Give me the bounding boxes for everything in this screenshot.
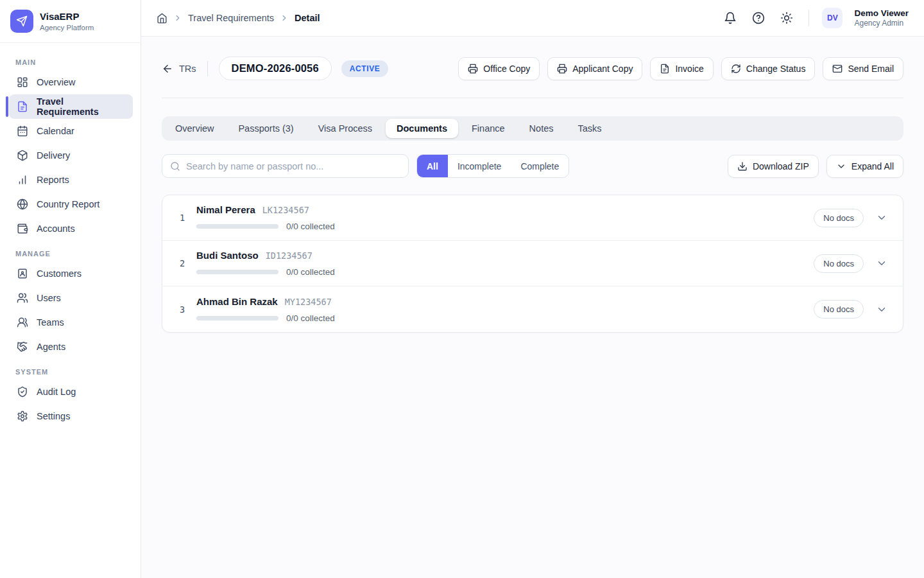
sidebar-item-accounts[interactable]: Accounts <box>9 216 133 241</box>
sidebar-nav: MAIN Overview Travel Requirements Calend… <box>0 43 141 428</box>
row-index: 1 <box>178 213 187 223</box>
invoice-button[interactable]: Invoice <box>650 57 713 80</box>
filter-segmented-control: All Incomplete Complete <box>416 154 569 178</box>
sidebar-item-travel-requirements[interactable]: Travel Requirements <box>9 94 133 119</box>
divider <box>809 10 809 26</box>
progress-bar <box>196 316 278 320</box>
mail-icon <box>832 64 843 74</box>
content: TRs DEMO-2026-0056 ACTIVE Office Copy Ap… <box>141 37 924 333</box>
home-icon[interactable] <box>157 13 167 24</box>
avatar[interactable]: DV <box>822 8 843 28</box>
header-actions: Office Copy Applicant Copy Invoice Chang… <box>458 57 903 80</box>
passenger-row[interactable]: 2 Budi Santoso ID1234567 0/0 collected N… <box>162 241 903 286</box>
passenger-name: Ahmad Bin Razak <box>196 296 278 307</box>
tab-notes[interactable]: Notes <box>518 119 565 138</box>
sidebar-item-settings[interactable]: Settings <box>9 404 133 428</box>
sidebar-item-calendar[interactable]: Calendar <box>9 119 133 143</box>
button-label: Download ZIP <box>753 161 809 171</box>
handshake-icon <box>17 341 28 353</box>
passport-number: MY1234567 <box>285 297 332 307</box>
filter-complete[interactable]: Complete <box>511 155 569 177</box>
row-index: 3 <box>178 304 187 315</box>
chevron-down-icon[interactable] <box>876 304 887 315</box>
passenger-row[interactable]: 1 Nimal Perera LK1234567 0/0 collected N… <box>162 195 903 241</box>
arrow-left-icon <box>162 63 173 74</box>
documents-toolbar: All Incomplete Complete Download ZIP Exp… <box>162 154 903 178</box>
chevron-right-icon <box>173 13 182 22</box>
tab-finance[interactable]: Finance <box>461 119 516 138</box>
notifications-button[interactable] <box>719 6 742 30</box>
breadcrumb-parent[interactable]: Travel Requirements <box>188 13 274 23</box>
sidebar-item-customers[interactable]: Customers <box>9 261 133 286</box>
sidebar-item-audit-log[interactable]: Audit Log <box>9 380 133 404</box>
sidebar-item-country-report[interactable]: Country Report <box>9 192 133 216</box>
sidebar-item-teams[interactable]: Teams <box>9 310 133 335</box>
search-input[interactable] <box>186 161 400 171</box>
sidebar-item-label: Reports <box>37 175 69 185</box>
progress-label: 0/0 collected <box>286 222 335 231</box>
contact-icon <box>17 268 28 279</box>
section-label-manage: MANAGE <box>15 250 141 258</box>
passport-number: ID1234567 <box>266 250 312 261</box>
row-index: 2 <box>178 258 187 268</box>
change-status-button[interactable]: Change Status <box>721 57 816 80</box>
docs-status-badge: No docs <box>814 254 864 273</box>
breadcrumb-current: Detail <box>295 13 320 23</box>
user-meta: Demo Viewer Agency Admin <box>854 8 909 28</box>
globe-icon <box>17 198 28 210</box>
brand-name: VisaERP <box>40 11 94 22</box>
office-copy-button[interactable]: Office Copy <box>458 57 540 80</box>
download-zip-button[interactable]: Download ZIP <box>728 155 819 178</box>
gear-icon <box>17 410 28 422</box>
divider <box>162 98 903 98</box>
chevron-down-icon <box>836 161 846 171</box>
passenger-row[interactable]: 3 Ahmad Bin Razak MY1234567 0/0 collecte… <box>162 286 903 332</box>
sidebar-item-overview[interactable]: Overview <box>9 70 133 94</box>
sidebar-item-label: Users <box>37 293 61 303</box>
help-icon <box>752 12 765 24</box>
brand-tagline: Agency Platform <box>40 24 94 31</box>
passenger-name: Budi Santoso <box>196 250 259 261</box>
applicant-copy-button[interactable]: Applicant Copy <box>547 57 642 80</box>
expand-all-button[interactable]: Expand All <box>826 155 903 178</box>
detail-header: TRs DEMO-2026-0056 ACTIVE Office Copy Ap… <box>162 57 903 80</box>
plane-icon <box>10 10 33 33</box>
printer-icon <box>468 64 478 74</box>
sidebar-item-agents[interactable]: Agents <box>9 335 133 359</box>
tab-passports[interactable]: Passports (3) <box>227 119 304 138</box>
tab-overview[interactable]: Overview <box>164 119 225 138</box>
button-label: Expand All <box>851 161 894 171</box>
button-label: Invoice <box>675 64 703 74</box>
brand: VisaERP Agency Platform <box>0 0 141 43</box>
theme-toggle-button[interactable] <box>775 6 798 30</box>
sidebar-item-label: Agents <box>37 342 65 352</box>
tab-bar: Overview Passports (3) Visa Process Docu… <box>162 116 903 141</box>
sidebar-item-delivery[interactable]: Delivery <box>9 143 133 168</box>
sidebar-item-reports[interactable]: Reports <box>9 168 133 192</box>
section-label-main: MAIN <box>15 58 141 66</box>
filter-incomplete[interactable]: Incomplete <box>448 155 511 177</box>
refresh-icon <box>731 64 741 74</box>
chevron-down-icon[interactable] <box>876 212 887 223</box>
bell-icon <box>724 12 737 24</box>
sidebar-item-label: Settings <box>37 411 70 421</box>
passport-number: LK1234567 <box>262 205 309 215</box>
printer-icon <box>557 64 567 74</box>
search-icon <box>170 161 180 171</box>
back-button[interactable]: TRs <box>162 63 196 74</box>
progress-label: 0/0 collected <box>286 313 335 323</box>
passenger-info: Nimal Perera LK1234567 0/0 collected <box>196 204 335 231</box>
chevron-down-icon[interactable] <box>876 258 887 269</box>
topbar-right: DV Demo Viewer Agency Admin <box>719 6 909 30</box>
search-box <box>162 154 409 178</box>
help-button[interactable] <box>747 6 770 30</box>
filter-all[interactable]: All <box>417 155 448 177</box>
sidebar-item-label: Calendar <box>37 126 74 136</box>
passenger-info: Budi Santoso ID1234567 0/0 collected <box>196 250 335 277</box>
send-email-button[interactable]: Send Email <box>823 57 903 80</box>
tab-tasks[interactable]: Tasks <box>567 119 612 138</box>
reference-pill: DEMO-2026-0056 <box>219 57 332 80</box>
tab-documents[interactable]: Documents <box>386 119 458 138</box>
sidebar-item-users[interactable]: Users <box>9 286 133 310</box>
tab-visa-process[interactable]: Visa Process <box>307 119 383 138</box>
